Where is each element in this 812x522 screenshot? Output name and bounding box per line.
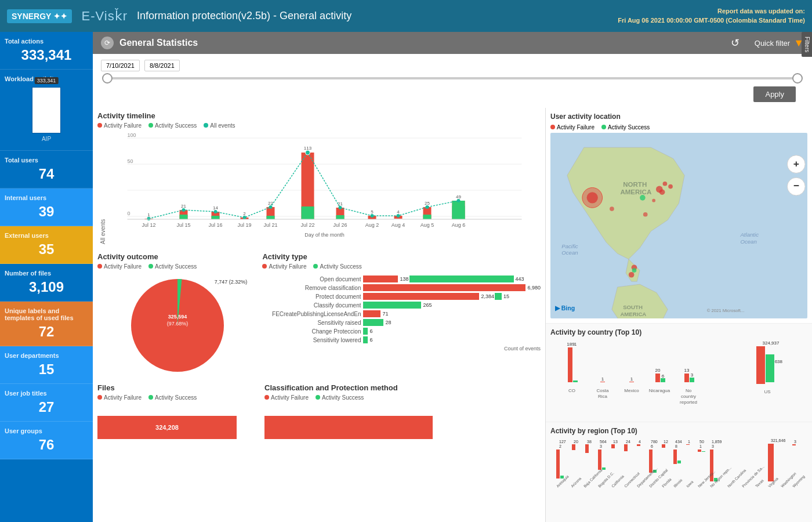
svg-text:Jul 12: Jul 12 [142,222,155,228]
svg-text:25: 25 [425,201,430,206]
svg-text:AMERICA: AMERICA [620,311,646,317]
svg-point-42 [306,150,310,155]
svg-text:434: 434 [675,440,682,444]
job-titles-value: 27 [5,399,88,415]
svg-rect-129 [572,444,575,450]
svg-text:No: No [686,388,692,393]
filters-tab[interactable]: Filters [802,32,812,57]
svg-rect-131 [585,444,589,453]
svg-rect-10 [180,215,188,219]
svg-text:1: 1 [688,440,690,444]
svg-text:1: 1 [630,376,633,382]
total-actions-value: 333,341 [5,47,88,63]
svg-text:© 2021 Microsoft...: © 2021 Microsoft... [707,308,745,313]
map-visual: Pacific Ocean Atlantic Ocean NORTH AMERI… [550,133,807,318]
svg-text:12: 12 [664,440,668,444]
hbar-row-change-prot: Change Proteccion 6 [262,328,541,335]
svg-text:2: 2 [243,211,246,216]
svg-point-85 [632,268,637,273]
svg-text:Illinois: Illinois [673,477,683,488]
date-end[interactable]: 8/8/2021 [144,60,180,71]
svg-rect-114 [684,374,689,382]
svg-text:▶ Bing: ▶ Bing [555,304,575,311]
hbar-row-fecreate: FECreatePublishingLicenseAndEn 71 [262,310,541,317]
svg-text:1: 1 [147,212,150,217]
fecreate-failure-bar [363,310,380,317]
svg-text:NORTH: NORTH [623,181,647,188]
svg-rect-163 [768,444,774,481]
svg-text:Jul 19: Jul 19 [237,222,251,228]
timeline-section: Activity timeline Activity Failure Activ… [97,111,541,244]
svg-point-81 [668,184,673,189]
svg-rect-31 [423,215,432,219]
date-start[interactable]: 7/10/2021 [101,60,140,71]
hbar-row-sens-raised: Sensitivity raised 28 [262,319,541,326]
svg-text:3: 3 [691,372,694,378]
region-chart: Activity by region (Top 10) 127 2 20 38 [546,422,812,522]
logo-box: SYNERGY ✦✦ [7,9,72,23]
svg-rect-66 [264,416,433,439]
svg-text:13: 13 [613,440,618,444]
report-date: Report data was updated on: Fri Aug 06 2… [618,7,805,25]
svg-point-43 [339,206,342,209]
date-range-row: 7/10/2021 8/8/2021 [101,57,804,74]
total-users-value: 74 [5,166,88,182]
svg-text:321,646: 321,646 [771,438,785,443]
region-chart-scroll: 127 2 20 38 564 3 13 [550,438,807,522]
svg-text:22: 22 [268,201,273,206]
outcome-legend-success: Activity Success [148,263,197,270]
svg-text:24: 24 [626,440,630,444]
svg-point-41 [269,205,273,209]
svg-text:4: 4 [639,440,641,444]
svg-rect-126 [556,449,560,478]
svg-text:4: 4 [397,209,400,215]
svg-text:+: + [793,158,799,169]
country-chart-svg: 189 1 CO 1 Costa Rica 1 [550,340,806,415]
external-users-label: External users [5,232,88,239]
region-chart-svg: 127 2 20 38 564 3 13 [550,438,807,522]
date-slider[interactable] [106,77,799,79]
svg-text:38: 38 [587,440,592,444]
refresh-icon[interactable]: ↺ [731,37,740,49]
svg-text:Jul 22: Jul 22 [300,222,314,228]
svg-text:20: 20 [655,368,661,373]
slider-thumb-left[interactable] [102,73,113,84]
map-section: User activity location Activity Failure … [546,108,812,323]
svg-text:0: 0 [128,211,130,216]
svg-point-45 [397,214,400,217]
slider-thumb-right[interactable] [792,73,803,84]
svg-text:Jul 15: Jul 15 [176,222,190,228]
svg-point-79 [663,182,668,186]
outcome-title: Activity outcome [97,252,258,261]
logo-text: SYNERGY [12,12,51,21]
timeline-chart-area: 100 50 0 1 21 [108,132,541,244]
svg-text:AMERICA: AMERICA [620,188,652,195]
svg-point-84 [640,195,646,201]
svg-text:Iowa: Iowa [686,480,694,488]
svg-text:50: 50 [128,158,133,164]
y-axis-label: All events [97,132,106,244]
open-doc-failure-bar [363,276,398,282]
num-files-value: 3,109 [5,279,88,295]
apply-button[interactable]: Apply [753,86,796,102]
sens-raised-success-bar [363,319,383,326]
svg-text:Day of the month: Day of the month [304,232,345,238]
svg-text:127: 127 [559,440,566,444]
svg-text:1,859: 1,859 [712,440,722,444]
open-doc-success-bar [409,276,514,282]
svg-text:Ocean: Ocean [561,249,578,256]
internal-users-value: 39 [5,204,88,220]
files-svg: 324,208 [97,404,248,451]
svg-rect-147 [662,444,665,448]
country-chart-title: Activity by country (Top 10) [550,328,807,336]
svg-text:(97.68%): (97.68%) [167,321,188,327]
activity-type-title: Activity type [262,252,541,261]
svg-text:Departamento...: Departamento... [636,466,659,489]
classification-legend: Activity Failure Activity Success [264,394,541,401]
quick-filter-area: Quick filter ▼ [755,37,804,49]
stats-icon: ⟳ [101,37,114,49]
svg-rect-135 [602,467,606,470]
region-chart-title: Activity by region (Top 10) [550,427,807,435]
sidebar-external-users: External users 35 [0,226,93,264]
svg-text:1: 1 [601,376,604,382]
